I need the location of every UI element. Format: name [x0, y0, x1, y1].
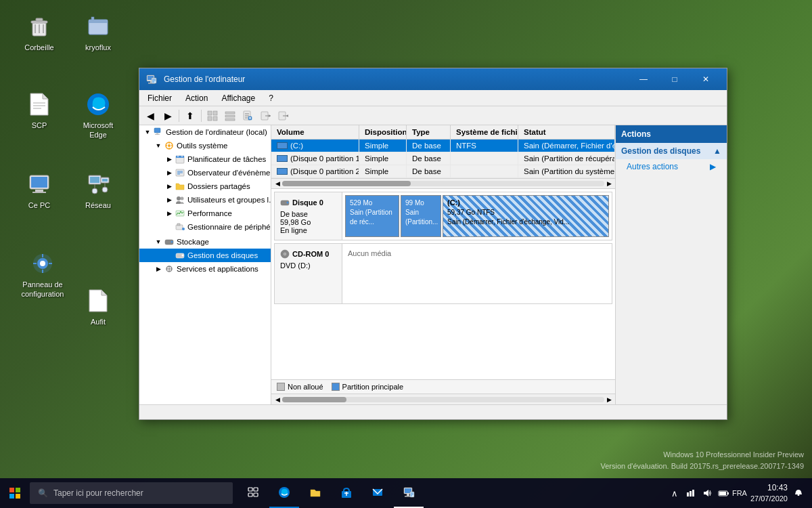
desktop-icon-corbeille[interactable]: Corbeille: [12, 10, 66, 55]
table-row[interactable]: (Disque 0 partition 2) Simple De base Sa…: [271, 165, 615, 178]
taskbar-app-taskview[interactable]: [238, 478, 268, 508]
table-row[interactable]: (Disque 0 partition 1) Simple De base Sa…: [271, 152, 615, 165]
legend-primary-box: [332, 383, 340, 391]
taskbar-app-explorer[interactable]: [300, 478, 330, 508]
tree-expand-planif[interactable]: ▶: [164, 154, 175, 165]
tray-lang[interactable]: FRA: [734, 488, 745, 499]
desktop-icon-reseau[interactable]: Réseau: [71, 168, 125, 213]
tree-item-outils[interactable]: ▼ Outils système: [139, 139, 271, 152]
menu-help[interactable]: ?: [263, 92, 279, 104]
taskbar-tray: ∧ FRA 10:43 27/07/2020: [669, 482, 812, 504]
back-button[interactable]: ◀: [142, 108, 158, 123]
forward-button[interactable]: ▶: [160, 108, 176, 123]
col-header-fs[interactable]: Système de fichiers: [451, 125, 518, 139]
svg-rect-65: [156, 133, 158, 134]
tray-sound[interactable]: [702, 488, 713, 499]
tree-expand-observ[interactable]: ▶: [164, 167, 175, 178]
close-button[interactable]: ✕: [690, 68, 721, 90]
start-button[interactable]: [0, 478, 30, 508]
actions-item-autres[interactable]: Autres actions ▶: [616, 159, 727, 174]
tray-chevron[interactable]: ∧: [669, 488, 680, 499]
col-header-status[interactable]: Statut: [518, 125, 615, 139]
tray-notification[interactable]: [793, 488, 804, 499]
menu-affichage[interactable]: Affichage: [216, 92, 261, 104]
partition-system[interactable]: 99 MoSain (Partition...: [401, 195, 441, 237]
taskbar-app-mail[interactable]: [363, 478, 392, 508]
taskbar-app-computer-mgmt[interactable]: [394, 478, 424, 508]
scroll-right-arrow[interactable]: ▶: [604, 179, 614, 188]
svg-point-98: [287, 202, 289, 204]
bottom-scrollbar[interactable]: ◀ ▶: [271, 394, 615, 404]
col-header-volume[interactable]: Volume: [271, 125, 359, 139]
tree-expand-stockage[interactable]: ▼: [153, 236, 164, 247]
clock-date: 27/07/2020: [750, 494, 788, 504]
properties-button[interactable]: [240, 108, 256, 123]
svg-point-86: [182, 228, 185, 230]
tree-expand-dossiers[interactable]: ▶: [164, 181, 175, 192]
export-button[interactable]: [257, 108, 273, 123]
desktop-icon-scp[interactable]: SCP: [12, 88, 66, 133]
svg-rect-103: [16, 488, 20, 492]
tree-item-observ[interactable]: ▶ Observateur d'événème...: [139, 166, 271, 179]
tree-expand-root[interactable]: ▼: [142, 127, 153, 137]
table-scrollbar[interactable]: ◀ ▶: [271, 178, 615, 189]
scroll-left-bottom[interactable]: ◀: [273, 395, 282, 404]
tree-expand-outils[interactable]: ▼: [153, 140, 164, 151]
tray-battery[interactable]: [718, 488, 729, 499]
corbeille-label: Corbeille: [24, 43, 53, 52]
right-panel: Volume Disposition Type Système de fichi…: [271, 125, 727, 404]
tree-item-users[interactable]: ▶ Utilisateurs et groupes l...: [139, 193, 271, 207]
scrollbar-track[interactable]: [282, 181, 604, 186]
taskbar-app-store[interactable]: [332, 478, 361, 508]
col-header-disposition[interactable]: Disposition: [359, 125, 407, 139]
gest-disk-icon: [175, 250, 185, 261]
scrollbar-thumb[interactable]: [282, 181, 411, 186]
desktop-icon-panneau[interactable]: Panneau de configuration: [12, 247, 73, 302]
import-button[interactable]: [275, 108, 291, 123]
up-button[interactable]: ⬆: [182, 108, 198, 123]
svg-point-90: [182, 255, 184, 257]
scroll-right-bottom[interactable]: ▶: [604, 395, 614, 404]
taskbar-app-edge[interactable]: [269, 478, 299, 508]
svg-point-96: [168, 268, 171, 270]
table-row[interactable]: (C:) Simple De base NTFS Sain (Démarrer,…: [271, 140, 615, 152]
partition-main[interactable]: (C:) 59,37 Go NTFSSain (Démarrer, Fichie…: [443, 195, 609, 237]
desktop-icon-aufit[interactable]: Aufit: [71, 284, 125, 329]
tree-item-root[interactable]: ▼ Gestion de l'ordinateur (local): [139, 125, 271, 139]
bottom-scrollbar-track[interactable]: [282, 397, 604, 402]
menu-action[interactable]: Action: [180, 92, 213, 104]
tree-label-services: Services et applications: [177, 265, 258, 273]
window-icon: [145, 72, 158, 86]
disk0-item: Disque 0 De base 59,98 Go En ligne 529 M…: [274, 192, 612, 240]
tree-item-stockage[interactable]: ▼ Stockage: [139, 235, 271, 249]
cell-disposition-2: Simple: [359, 152, 407, 165]
menu-fichier[interactable]: Fichier: [142, 92, 177, 104]
tree-item-dossiers[interactable]: ▶ Dossiers partagés: [139, 179, 271, 193]
tree-item-gest-peri[interactable]: Gestionnaire de périphé...: [139, 220, 271, 234]
col-header-type[interactable]: Type: [407, 125, 451, 139]
tray-network[interactable]: [685, 488, 696, 499]
tree-item-gest-disk[interactable]: Gestion des disques: [139, 249, 271, 262]
taskbar-search[interactable]: 🔍 Taper ici pour rechercher: [30, 482, 233, 504]
tree-item-services[interactable]: ▶ Services et applications: [139, 262, 271, 276]
view-button-1[interactable]: [204, 108, 221, 123]
taskbar-clock[interactable]: 10:43 27/07/2020: [750, 482, 788, 504]
desktop-icon-kryoflux[interactable]: kryoflux: [71, 10, 125, 55]
svg-rect-107: [254, 488, 258, 491]
svg-point-101: [284, 253, 286, 255]
scroll-left-arrow[interactable]: ◀: [273, 179, 282, 188]
maximize-button[interactable]: □: [659, 68, 690, 90]
partition-recovery[interactable]: 529 MoSain (Partition de réc...: [345, 195, 399, 237]
svg-rect-125: [692, 490, 694, 496]
tree-item-perf[interactable]: ▶ Performance: [139, 207, 271, 220]
bottom-scrollbar-thumb[interactable]: [282, 397, 346, 402]
tree-item-planif[interactable]: ▶ Planificateur de tâches: [139, 152, 271, 166]
actions-section-gestion[interactable]: Gestion des disques ▲: [616, 143, 727, 159]
minimize-button[interactable]: —: [628, 68, 659, 90]
tree-expand-users[interactable]: ▶: [164, 194, 175, 205]
view-button-2[interactable]: [222, 108, 238, 123]
desktop-icon-cepc[interactable]: Ce PC: [12, 168, 66, 213]
tree-expand-services[interactable]: ▶: [153, 263, 164, 274]
tree-expand-perf[interactable]: ▶: [164, 208, 175, 219]
desktop-icon-edge[interactable]: Microsoft Edge: [71, 88, 125, 143]
